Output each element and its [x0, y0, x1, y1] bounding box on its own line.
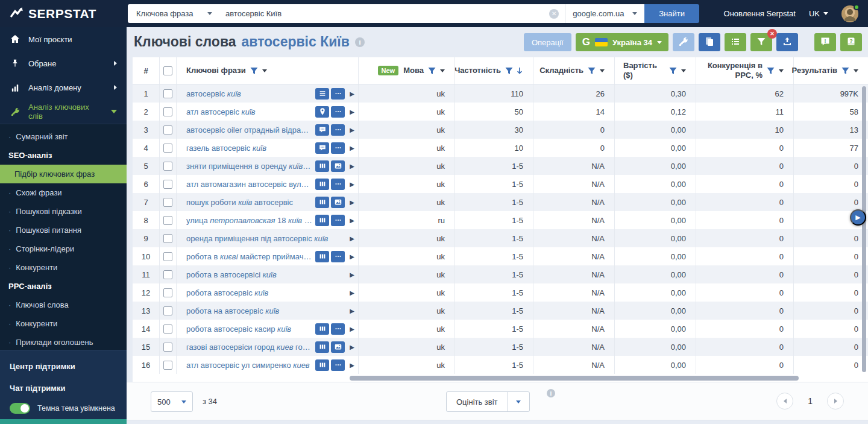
bars-icon[interactable] [315, 160, 329, 172]
keyword-link[interactable]: оренда приміщення під автосервіс київ [186, 234, 342, 243]
column-menu-caret[interactable] [681, 69, 686, 72]
bars-icon[interactable] [315, 359, 329, 371]
filter-funnel-icon[interactable] [669, 67, 677, 75]
keyword-link[interactable]: автосервіс київ [186, 89, 313, 98]
search-button[interactable]: Знайти [644, 4, 699, 23]
keyword-link[interactable]: газель автосервіс київ [186, 144, 313, 153]
sidebar-item-projects[interactable]: Мої проєкти [0, 27, 127, 51]
sidebar-subitem[interactable]: ·Конкуренти [0, 314, 127, 333]
keyword-link[interactable]: робота в києві майстер приймач… [186, 252, 313, 261]
region-selector-button[interactable]: G Україна 34 [576, 33, 668, 51]
next-page-button[interactable] [827, 393, 844, 410]
keyword-link[interactable]: робота на автосервіс київ [186, 306, 342, 315]
copy-button[interactable] [699, 33, 720, 51]
bars-icon[interactable] [315, 251, 329, 262]
row-checkbox[interactable] [163, 288, 172, 297]
more-icon[interactable] [331, 179, 345, 190]
expand-caret[interactable]: ▶ [348, 235, 354, 242]
expand-caret[interactable]: ▶ [348, 127, 354, 133]
pin-icon[interactable] [315, 106, 329, 118]
keyword-link[interactable]: атл автосервіс київ [186, 107, 313, 116]
row-checkbox[interactable] [163, 180, 172, 189]
row-checkbox[interactable] [163, 306, 172, 315]
bars-icon[interactable] [315, 179, 329, 190]
prev-page-button[interactable] [776, 393, 793, 410]
column-menu-caret[interactable] [600, 69, 605, 72]
keyword-link[interactable]: газові автосервіси город киев го… [186, 343, 313, 352]
chat-icon[interactable] [315, 142, 329, 154]
sidebar-subitem[interactable]: ·Сумарний звіт [0, 127, 127, 146]
row-checkbox[interactable] [163, 324, 172, 334]
more-icon[interactable] [331, 106, 345, 118]
column-menu-caret[interactable] [440, 69, 445, 72]
keyword-link[interactable]: робота автосервіс київ [186, 288, 342, 297]
sidebar-subitem[interactable]: ·Приклади оголошень [0, 333, 127, 352]
vertical-scrollbar-thumb[interactable] [862, 86, 866, 372]
row-checkbox[interactable] [163, 107, 172, 116]
keyword-link[interactable]: атл автомагазин автосервіс вул… [186, 180, 313, 189]
rate-report-caret[interactable] [508, 392, 529, 411]
sidebar-subitem[interactable]: Підбір ключових фраз [0, 165, 127, 183]
keyword-link[interactable]: зняти приміщення в оренду київ… [186, 162, 313, 171]
sidebar-subitem[interactable]: ·Ключові слова [0, 296, 127, 314]
sidebar-subitem[interactable]: ·Пошукові питання [0, 221, 127, 239]
serpstat-logo[interactable]: SERPSTAT [0, 5, 128, 22]
sidebar-item-domain-analysis[interactable]: Аналіз домену [0, 75, 127, 100]
rate-report-select[interactable]: Оцініть звіт [446, 391, 530, 412]
sidebar-item-keyword-research[interactable]: Аналіз ключових слів [0, 100, 127, 124]
image-icon[interactable] [331, 160, 345, 172]
search-input[interactable] [225, 9, 549, 18]
chat-widget-strip[interactable] [0, 419, 127, 424]
more-icon[interactable] [331, 88, 345, 100]
sidebar-subitem[interactable]: ·Конкуренти [0, 258, 127, 277]
row-checkbox[interactable] [163, 89, 172, 98]
expand-caret[interactable]: ▶ [348, 253, 354, 260]
bars-icon[interactable] [315, 341, 329, 353]
row-checkbox[interactable] [163, 144, 172, 153]
expand-caret[interactable]: ▶ [348, 181, 354, 188]
keyword-link[interactable]: робота в автосервісі київ [186, 270, 342, 279]
more-icon[interactable] [331, 323, 345, 335]
feedback-button[interactable]: ! [814, 33, 836, 51]
more-icon[interactable] [331, 142, 345, 154]
more-icon[interactable] [331, 251, 345, 262]
scroll-right-button[interactable]: ▶ [850, 209, 866, 226]
more-icon[interactable] [331, 215, 345, 226]
expand-caret[interactable]: ▶ [348, 326, 354, 332]
row-checkbox[interactable] [163, 252, 172, 261]
column-menu-caret[interactable] [854, 69, 858, 72]
filter-funnel-icon[interactable] [250, 67, 258, 75]
row-checkbox[interactable] [163, 216, 172, 225]
row-checkbox[interactable] [163, 343, 172, 352]
search-type-select[interactable]: Ключова фраза [128, 4, 219, 23]
sidebar-subitem[interactable]: ·Схожі фрази [0, 183, 127, 202]
operations-button[interactable]: Операції [524, 33, 571, 51]
filter-funnel-icon[interactable] [841, 67, 849, 75]
sidebar-item-favorites[interactable]: Обране [0, 51, 127, 75]
expand-caret[interactable]: ▶ [348, 362, 354, 369]
sidebar-item-support-center[interactable]: Центр підтримки [0, 355, 127, 377]
sort-desc-icon[interactable] [516, 67, 523, 75]
sidebar-subitem[interactable]: ·Сторінки-лідери [0, 239, 127, 258]
menu-icon[interactable] [315, 88, 329, 100]
filter-funnel-icon[interactable] [505, 67, 513, 75]
more-icon[interactable] [331, 359, 345, 371]
expand-caret[interactable]: ▶ [348, 290, 354, 296]
row-checkbox[interactable] [163, 361, 172, 370]
avatar[interactable] [841, 5, 858, 22]
image-icon[interactable] [331, 341, 345, 353]
column-menu-caret[interactable] [779, 69, 784, 72]
page-size-select[interactable]: 500 [151, 391, 193, 412]
clear-filter-badge[interactable]: ✕ [767, 29, 777, 39]
expand-caret[interactable]: ▶ [348, 344, 354, 350]
keyword-link[interactable]: пошук роботи київ автосервіс [186, 198, 313, 207]
row-checkbox[interactable] [163, 234, 172, 243]
expand-caret[interactable]: ▶ [348, 145, 354, 151]
row-checkbox[interactable] [163, 162, 172, 171]
row-checkbox[interactable] [163, 270, 172, 279]
row-checkbox[interactable] [163, 198, 172, 207]
search-engine-select[interactable]: google.com.ua [565, 4, 644, 23]
filter-button[interactable]: ✕ [750, 33, 772, 51]
info-icon[interactable]: i [547, 389, 555, 397]
keyword-link[interactable]: улица петропавловская 18 київ … [186, 216, 313, 225]
